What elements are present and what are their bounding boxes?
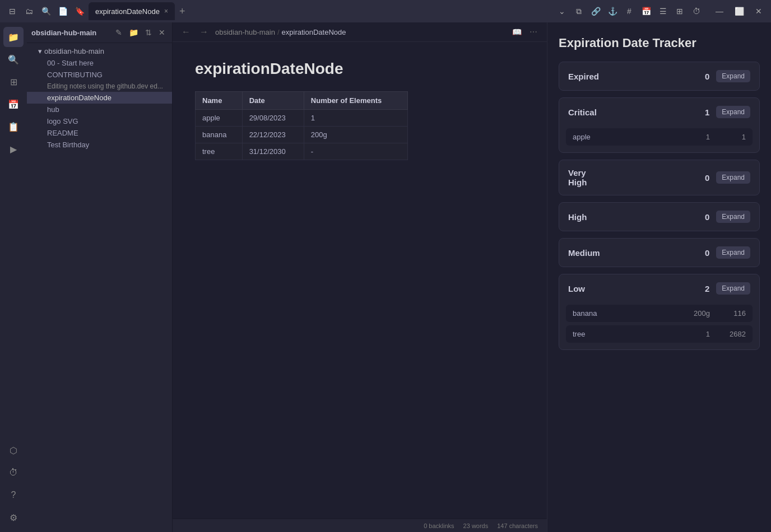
breadcrumb-root: obsidian-hub-main [215,28,275,36]
tree-folder-root[interactable]: ▾ obsidian-hub-main [27,45,172,57]
sidebar-item-contributing[interactable]: CONTRIBUTING [27,69,172,81]
search-icon-btn[interactable]: 🔍 [38,3,54,19]
sidebar-item-test-birthday[interactable]: Test Birthday [27,139,172,151]
chrome-right-icons: ⌄ ⧉ 🔗 ⚓ # 📅 ☰ ⊞ ⏱ [554,3,704,19]
tracker-row: tree12682 [566,325,753,343]
anchor-btn[interactable]: ⚓ [605,3,620,19]
tracker-label-high: High [568,212,705,222]
expand-btn-expired[interactable]: Expand [716,70,750,82]
sidebar: obsidian-hub-main ✎ 📁 ⇅ ✕ ▾ obsidian-hub… [27,22,173,532]
tracker-header-critical: Critical1Expand [559,98,759,126]
file-tree: ▾ obsidian-hub-main 00 - Start here CONT… [27,43,172,532]
expand-btn-high[interactable]: Expand [716,211,750,223]
collapse-tool-btn[interactable]: ⇅ [143,26,154,39]
tracker-count-low: 2 [705,284,709,293]
tracker-row-name: tree [573,330,706,338]
menu-btn[interactable]: ☰ [655,3,671,19]
table-row: tree31/12/2030- [196,143,408,160]
editor-area: ← → obsidian-hub-main / expirationDateNo… [173,22,547,532]
status-characters: 147 characters [497,522,538,529]
window-chrome: ⊟ 🗂 🔍 📄 🔖 expirationDateNode × + ⌄ ⧉ 🔗 ⚓… [0,0,771,22]
tracker-row-days: 1 [723,133,746,141]
sidebar-toggle-btn[interactable]: ⊟ [4,3,20,19]
tracker-row-name: banana [573,309,694,318]
folder-icon-btn[interactable]: 🗂 [21,3,37,19]
tracker-header-low: Low2Expand [559,274,759,302]
maximize-btn[interactable]: ⬜ [730,4,749,18]
dropdown-btn[interactable]: ⌄ [554,3,570,19]
folder-root-label: obsidian-hub-main [44,47,104,55]
close-tool-btn[interactable]: ✕ [156,26,168,39]
edit-tool-btn[interactable]: ✎ [113,26,124,39]
new-folder-tool-btn[interactable]: 📁 [127,26,141,39]
bookmark-icon-btn[interactable]: 🔖 [72,3,87,19]
tracker-header-high: High0Expand [559,203,759,231]
activity-clock-icon[interactable]: ⏱ [3,463,24,483]
cell-elements: 1 [304,110,407,127]
cell-date: 31/12/2030 [242,143,304,160]
expand-btn-very-high[interactable]: Expand [716,171,750,184]
active-tab[interactable]: expirationDateNode × [89,2,175,20]
activity-explorer-icon[interactable]: 📁 [3,27,24,47]
status-words: 23 words [463,522,489,529]
activity-help-icon[interactable]: ? [3,485,24,505]
grid-btn[interactable]: ⊞ [672,3,688,19]
editor-actions: 📖 ⋯ [509,26,540,38]
tracker-count-critical: 1 [705,108,709,117]
tracker-section-very-high: Very High0Expand [559,160,760,195]
tracker-count-very-high: 0 [705,173,709,183]
tracker-row-qty: 1 [706,330,710,338]
sidebar-item-logo[interactable]: logo SVG [27,115,172,127]
tracker-section-critical: Critical1Expandapple11 [559,97,760,153]
table-row: banana22/12/2023200g [196,127,408,143]
expand-btn-low[interactable]: Expand [716,282,750,295]
book-icon-btn[interactable]: 📖 [509,26,524,38]
tracker-header-expired: Expired0Expand [559,62,759,90]
activity-person-icon[interactable]: ⬡ [3,440,24,460]
minimize-btn[interactable]: — [711,4,728,18]
status-bar: 0 backlinks 23 words 147 characters [173,519,547,532]
folder-arrow-icon: ▾ [38,47,42,55]
hash-btn[interactable]: # [621,3,637,19]
activity-copy-icon[interactable]: 📋 [3,116,24,137]
nav-forward-btn[interactable]: → [197,26,211,38]
sidebar-item-readme[interactable]: README [27,127,172,139]
activity-bar: 📁 🔍 ⊞ 📅 📋 ▶ ⬡ ⏱ ? ⚙ [0,22,27,532]
sidebar-item-hub[interactable]: hub [27,104,172,115]
editor-header: ← → obsidian-hub-main / expirationDateNo… [173,22,547,42]
activity-graph-icon[interactable]: ⊞ [3,72,24,92]
activity-search-icon[interactable]: 🔍 [3,49,24,69]
calendar-btn[interactable]: 📅 [638,3,654,19]
more-options-btn[interactable]: ⋯ [527,26,540,38]
tracker-row-qty: 1 [706,133,710,141]
timer-btn[interactable]: ⏱ [689,3,704,19]
tab-label: expirationDateNode [95,7,160,16]
tracker-row-name: apple [573,133,706,141]
activity-terminal-icon[interactable]: ▶ [3,139,24,159]
window-controls: — ⬜ ✕ [711,4,767,18]
sidebar-item-editing[interactable]: Editing notes using the github.dev ed... [27,81,172,92]
breadcrumb: obsidian-hub-main / expirationDateNode [215,28,346,36]
link-btn[interactable]: 🔗 [588,3,603,19]
tab-close-btn[interactable]: × [164,7,168,15]
editor-content: expirationDateNode Name Date Number of E… [173,42,547,519]
activity-calendar-icon[interactable]: 📅 [3,94,24,114]
cell-elements: - [304,143,407,160]
tracker-section-expired: Expired0Expand [559,62,760,91]
activity-settings-icon[interactable]: ⚙ [3,507,24,528]
new-tab-btn[interactable]: + [176,6,189,17]
tracker-label-critical: Critical [568,108,705,117]
close-btn[interactable]: ✕ [751,4,767,18]
nav-back-btn[interactable]: ← [179,26,193,38]
tracker-count-high: 0 [705,212,709,222]
cell-name: tree [196,143,243,160]
sidebar-item-start-here[interactable]: 00 - Start here [27,57,172,69]
tracker-row-qty: 200g [694,309,710,318]
expand-btn-critical[interactable]: Expand [716,106,750,118]
new-file-icon-btn[interactable]: 📄 [55,3,71,19]
sidebar-item-expiration[interactable]: expirationDateNode [27,92,172,104]
right-panel: Expiration Date Tracker Expired0ExpandCr… [547,22,771,532]
split-view-btn[interactable]: ⧉ [571,3,587,19]
tracker-rows-critical: apple11 [559,126,759,152]
expand-btn-medium[interactable]: Expand [716,246,750,259]
